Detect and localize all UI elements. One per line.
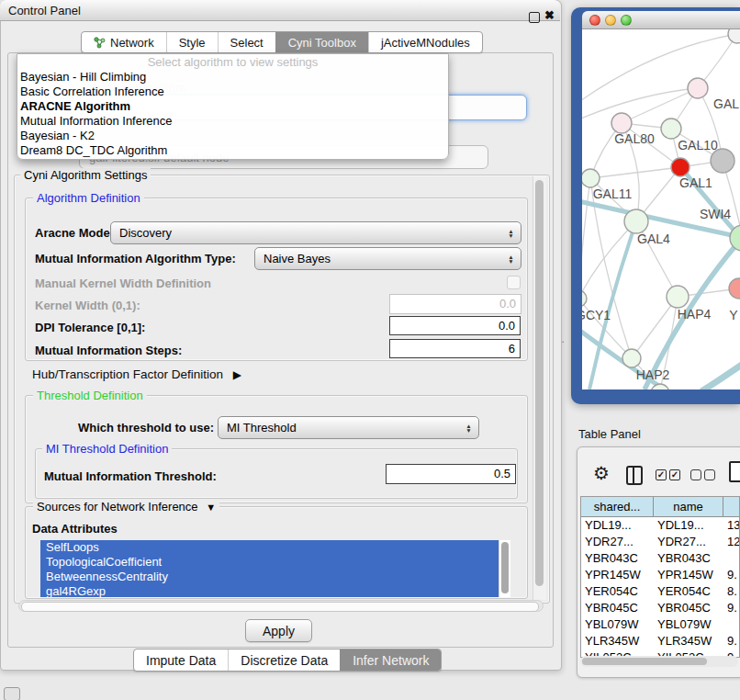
close-icon[interactable]: ✖ [544, 8, 555, 22]
node-label: HAP4 [678, 307, 712, 322]
select-all-checkbox-icon2[interactable]: ✓ [669, 469, 680, 480]
table-row[interactable]: YDR27...YDR27...12 [581, 534, 739, 550]
table-row[interactable]: YER054CYER054C8. [581, 583, 739, 600]
combo-arrows-icon: ▲▼ [504, 254, 521, 264]
network-canvas[interactable]: GAL GAL80 GAL10 GAL1 GAL11 GAL4 SWI4 GCY… [582, 29, 740, 390]
network-node [688, 78, 708, 98]
settings-scrollbar-thumb[interactable] [535, 180, 544, 586]
algorithm-option[interactable]: Mutual Information Inference [17, 114, 448, 129]
mi-threshold-label: Mutual Information Threshold: [44, 469, 217, 483]
network-window-titlebar[interactable] [582, 11, 740, 29]
mi-threshold-legend: MI Threshold Definition [42, 442, 172, 456]
algorithm-option[interactable]: Basic Correlation Inference [17, 85, 448, 99]
close-traffic-light[interactable] [589, 15, 600, 26]
node-label: GAL80 [614, 131, 655, 146]
manual-kernel-checkbox[interactable] [507, 276, 521, 289]
attribute-item[interactable]: SelfLoops [40, 540, 499, 555]
aracne-mode-combo[interactable]: Discovery ▲▼ [110, 221, 521, 244]
table-row[interactable]: YBL079WYBL079W [581, 616, 739, 633]
network-node-gal4 [624, 209, 648, 233]
tab-style[interactable]: Style [166, 32, 218, 52]
export-table-icon[interactable] [729, 461, 740, 482]
table-row[interactable]: YBR043CYBR043C [581, 550, 739, 567]
tab-impute-data[interactable]: Impute Data [134, 649, 228, 671]
table-row[interactable]: YLR345WYLR345W9. [581, 633, 739, 649]
algorithm-option[interactable]: Bayesian - Hill Climbing [17, 70, 448, 85]
tab-network[interactable]: Network [82, 32, 166, 52]
mi-steps-field[interactable]: 6 [389, 339, 521, 358]
threshold-definition-legend: Threshold Definition [33, 389, 147, 402]
control-panel-titlebar[interactable]: Control Panel [0, 0, 560, 21]
algorithm-definition-legend: Algorithm Definition [33, 191, 144, 205]
node-label: Y [729, 308, 738, 322]
hub-section-toggle[interactable]: Hub/Transcription Factor Definition ▶ [32, 367, 241, 381]
settings-scrollbar[interactable] [533, 176, 546, 600]
mi-threshold-field[interactable]: 0.5 [386, 464, 516, 484]
deselect-checkbox-icon[interactable] [690, 469, 701, 480]
network-node-gal80 [611, 113, 632, 133]
column-header[interactable]: shared... [581, 497, 654, 517]
attribute-item[interactable]: TopologicalCoefficient [40, 555, 499, 570]
which-threshold-combo[interactable]: MI Threshold ▲▼ [218, 416, 479, 439]
float-window-icon[interactable] [529, 12, 540, 23]
node-label: SWI4 [700, 207, 731, 221]
table-hscrollbar[interactable] [580, 656, 738, 667]
kernel-width-field[interactable]: 0.0 [389, 294, 521, 314]
zoom-traffic-light[interactable] [621, 15, 632, 26]
deselect-checkbox-icon2[interactable] [704, 469, 715, 480]
control-panel-title: Control Panel [8, 4, 81, 17]
which-threshold-label: Which threshold to use: [78, 421, 214, 435]
tab-network-label: Network [110, 36, 154, 50]
mi-type-label: Mutual Information Algorithm Type: [35, 252, 236, 265]
node-label: GAL1 [679, 175, 712, 190]
select-all-checkbox-icon[interactable]: ✓ [656, 469, 667, 480]
node-table: shared... name YDL19...YDL19...13 YDR27.… [580, 496, 740, 658]
table-row[interactable]: YBR045CYBR045C9. [581, 600, 739, 616]
algorithm-option[interactable]: Dream8 DC_TDC Algorithm [17, 143, 448, 158]
apply-button[interactable]: Apply [245, 619, 312, 642]
control-panel-tabbar: Network Style Select Cyni Toolbox jActiv… [81, 31, 483, 53]
list-scrollbar[interactable] [499, 540, 510, 597]
table-row[interactable]: YPR145WYPR145W9. [581, 567, 739, 583]
tab-select[interactable]: Select [218, 32, 275, 52]
dpi-tolerance-field[interactable]: 0.0 [389, 316, 521, 335]
tab-cyni-toolbox[interactable]: Cyni Toolbox [275, 32, 368, 52]
table-panel-title: Table Panel [578, 427, 641, 441]
node-label: GAL [713, 96, 739, 111]
settings-hscrollbar-thumb[interactable] [21, 602, 539, 612]
algorithm-option-selected[interactable]: ARACNE Algorithm [17, 99, 448, 114]
columns-icon[interactable] [626, 466, 643, 485]
table-header-row: shared... name [581, 497, 739, 517]
panel-splitter[interactable]: • [562, 339, 566, 344]
network-icon [94, 37, 106, 49]
mi-steps-label: Mutual Information Steps: [35, 344, 182, 357]
network-node-gal1-selected [671, 158, 690, 176]
network-node-hap2 [622, 349, 641, 367]
tab-jactivemnodules[interactable]: jActiveMNodules [368, 32, 482, 52]
table-hscrollbar-thumb[interactable] [582, 658, 707, 665]
dpi-tolerance-label: DPI Tolerance [0,1]: [35, 321, 145, 334]
gear-icon[interactable]: ⚙ [593, 462, 610, 484]
kernel-width-label: Kernel Width (0,1): [35, 299, 140, 312]
tab-discretize-data[interactable]: Discretize Data [228, 649, 340, 671]
mi-type-combo[interactable]: Naive Bayes ▲▼ [254, 247, 521, 270]
column-header[interactable]: name [654, 497, 723, 517]
network-graph: GAL GAL80 GAL10 GAL1 GAL11 GAL4 SWI4 GCY… [582, 29, 740, 390]
table-row[interactable]: YDL19...YDL19...13 [581, 517, 739, 534]
combo-arrows-icon: ▲▼ [504, 229, 521, 238]
algorithm-option[interactable]: Bayesian - K2 [17, 129, 448, 143]
attribute-item[interactable]: gal4RGexp [40, 584, 499, 597]
minimized-panel-icon[interactable] [4, 687, 20, 700]
app-root: { "window": { "title": "Control Panel" }… [0, 0, 740, 700]
attribute-item[interactable]: BetweennessCentrality [40, 570, 499, 584]
list-scrollbar-thumb[interactable] [501, 542, 509, 593]
minimize-traffic-light[interactable] [605, 15, 616, 26]
network-node-labels: GAL GAL80 GAL10 GAL1 GAL11 GAL4 SWI4 GCY… [582, 96, 739, 382]
network-node [728, 29, 740, 43]
tab-infer-network[interactable]: Infer Network [340, 649, 441, 671]
data-attributes-label: Data Attributes [32, 522, 118, 536]
sources-legend[interactable]: Sources for Network Inference ▼ [33, 500, 219, 514]
columns-icon-divider [633, 468, 634, 483]
settings-hscrollbar[interactable] [18, 600, 544, 612]
column-header[interactable] [723, 497, 740, 517]
